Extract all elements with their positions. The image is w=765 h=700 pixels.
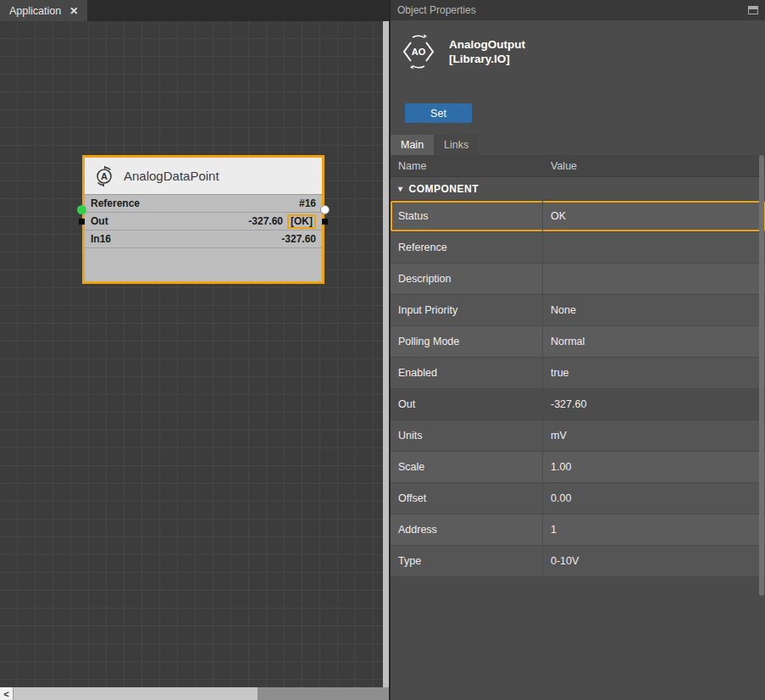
node-row-reference[interactable]: Reference#16 [85, 195, 322, 213]
node-rows: Reference#16Out-327.60[OK]In16-327.60 [85, 195, 322, 248]
object-properties-panel: Object Properties AO AnalogOutput [Libra… [391, 0, 765, 700]
property-row-type[interactable]: Type0-10V [391, 546, 765, 577]
properties-tabs: Main Links [391, 135, 479, 155]
properties-table: Name Value ▾ COMPONENT StatusOKReference… [391, 155, 765, 577]
svg-text:A: A [101, 171, 108, 181]
properties-title: Object Properties [397, 4, 476, 16]
canvas-area: Application ✕ A AnalogDataPoint [0, 0, 389, 700]
property-name: Polling Mode [391, 326, 543, 357]
section-label: COMPONENT [409, 183, 480, 195]
property-value[interactable]: 0.00 [543, 483, 765, 514]
property-row-input-priority[interactable]: Input PriorityNone [391, 295, 765, 326]
properties-title-bar: Object Properties [391, 0, 765, 20]
property-row-address[interactable]: Address1 [391, 514, 765, 546]
canvas-horizontal-scrollbar[interactable]: < [0, 687, 389, 700]
property-row-scale[interactable]: Scale1.00 [391, 452, 765, 483]
collapse-icon[interactable]: ▾ [398, 184, 403, 193]
tab-links[interactable]: Links [434, 135, 479, 155]
dock-panel-icon[interactable] [748, 6, 758, 14]
tab-application[interactable]: Application ✕ [0, 0, 87, 21]
property-name: Reference [391, 232, 543, 263]
node-row-in16[interactable]: In16-327.60 [85, 231, 322, 248]
property-name: Enabled [391, 358, 543, 388]
property-row-units[interactable]: UnitsmV [391, 420, 765, 452]
analog-datapoint-icon: A [93, 165, 115, 187]
node-row-value-group: -327.60 [281, 233, 316, 245]
panel-vertical-scrollbar[interactable] [759, 155, 764, 596]
node-row-label: Reference [91, 197, 140, 209]
property-name: Out [391, 389, 543, 419]
application-window: Application ✕ A AnalogDataPoint [0, 0, 765, 700]
canvas-tab-bar: Application ✕ [0, 0, 389, 21]
property-name: Status [391, 201, 543, 231]
property-value[interactable]: 0-10V [543, 546, 765, 576]
svg-text:AO: AO [412, 47, 426, 57]
selection-handle-left[interactable] [79, 219, 85, 225]
canvas-vertical-scrollbar[interactable] [383, 21, 389, 687]
property-value[interactable]: -327.60 [543, 389, 765, 419]
object-name: AnalogOutput [449, 37, 525, 52]
property-value[interactable]: 1 [543, 514, 765, 545]
horizontal-scroll-thumb[interactable] [14, 687, 258, 700]
property-row-status[interactable]: StatusOK [391, 201, 765, 232]
column-header-name[interactable]: Name [391, 160, 543, 172]
wire-sheet-canvas[interactable]: A AnalogDataPoint Reference#16Out-327.60… [0, 21, 383, 687]
property-value[interactable]: true [543, 358, 765, 388]
analog-output-icon: AO [399, 32, 438, 71]
node-row-value: -327.60 [281, 233, 316, 245]
node-row-value-group: -327.60[OK] [248, 214, 316, 229]
table-header-row: Name Value [391, 155, 765, 177]
property-value[interactable] [543, 232, 765, 263]
property-name: Offset [391, 483, 543, 514]
property-row-reference[interactable]: Reference [391, 232, 765, 264]
scroll-left-button[interactable]: < [0, 687, 14, 700]
node-row-label: Out [91, 215, 108, 227]
property-value[interactable]: mV [543, 420, 765, 451]
status-ok-badge: [OK] [287, 214, 316, 229]
input-port-green[interactable] [77, 205, 86, 214]
property-row-offset[interactable]: Offset0.00 [391, 483, 765, 514]
property-name: Address [391, 514, 543, 545]
property-value[interactable]: 1.00 [543, 452, 765, 482]
node-row-out[interactable]: Out-327.60[OK] [85, 213, 322, 231]
property-name: Input Priority [391, 295, 543, 325]
node-title-bar[interactable]: A AnalogDataPoint [85, 158, 322, 195]
property-row-description[interactable]: Description [391, 264, 765, 295]
property-value[interactable]: Normal [543, 326, 765, 357]
set-button[interactable]: Set [405, 103, 472, 123]
property-name: Units [391, 420, 543, 451]
node-row-value-group: #16 [299, 197, 316, 209]
section-component[interactable]: ▾ COMPONENT [391, 177, 765, 201]
object-header: AO AnalogOutput [Library.IO] [399, 32, 525, 71]
property-row-polling-mode[interactable]: Polling ModeNormal [391, 326, 765, 358]
property-row-out[interactable]: Out-327.60 [391, 389, 765, 420]
property-rows: StatusOKReferenceDescriptionInput Priori… [391, 201, 765, 577]
selection-handle-right[interactable] [322, 219, 328, 225]
property-row-enabled[interactable]: Enabledtrue [391, 358, 765, 389]
property-name: Description [391, 264, 543, 294]
node-row-value: -327.60 [248, 215, 283, 227]
property-value[interactable]: None [543, 295, 765, 325]
property-name: Scale [391, 452, 543, 482]
tab-application-label: Application [9, 5, 61, 17]
object-library: [Library.IO] [449, 52, 525, 66]
property-value[interactable]: OK [543, 201, 765, 231]
tab-close-icon[interactable]: ✕ [69, 5, 78, 17]
column-header-value[interactable]: Value [543, 160, 765, 172]
node-row-label: In16 [91, 233, 111, 245]
node-row-value: #16 [299, 197, 316, 209]
output-port-white[interactable] [320, 205, 330, 214]
property-name: Type [391, 546, 543, 576]
tab-main[interactable]: Main [391, 135, 434, 155]
node-title: AnalogDataPoint [124, 169, 219, 183]
analog-datapoint-node[interactable]: A AnalogDataPoint Reference#16Out-327.60… [82, 155, 324, 284]
property-value[interactable] [543, 264, 765, 294]
